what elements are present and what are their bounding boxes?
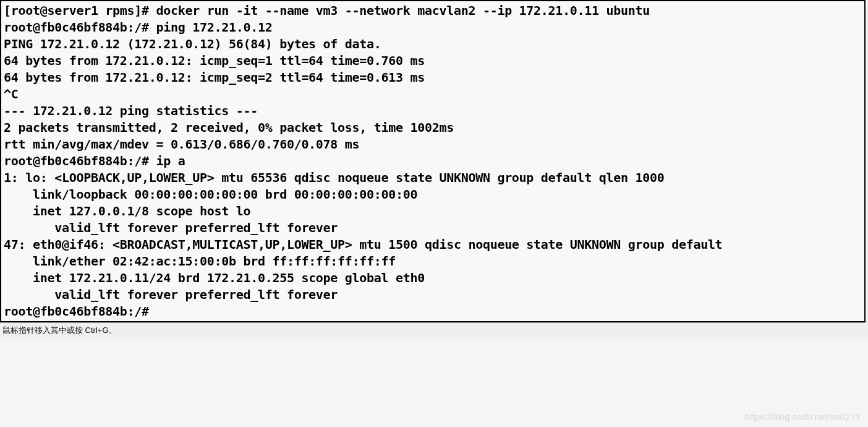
status-bar: 鼠标指针移入其中或按 Ctrl+G。: [0, 322, 868, 337]
watermark: https://blog.csdn.net/xn0211: [744, 411, 861, 423]
terminal-window[interactable]: [root@server1 rpms]# docker run -it --na…: [0, 0, 866, 322]
terminal-output[interactable]: [root@server1 rpms]# docker run -it --na…: [4, 2, 862, 320]
